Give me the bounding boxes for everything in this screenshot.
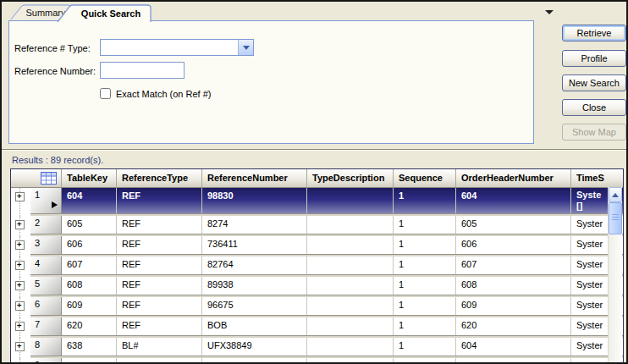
grid-body: 1 604 REF 98830 1 604 Syste[] 2 605 REF …: [11, 188, 623, 364]
column-header-typedescription[interactable]: TypeDescription: [307, 169, 394, 187]
table-row[interactable]: 9 640 BL# 983774 1 605 Syster: [11, 358, 623, 364]
chevron-down-icon: [243, 46, 250, 50]
ref-type-label: Reference # Type:: [14, 43, 91, 53]
expand-icon[interactable]: [15, 220, 25, 229]
cell-typedescription: [307, 317, 394, 338]
row-header[interactable]: 7: [30, 317, 62, 338]
expand-icon[interactable]: [15, 342, 25, 351]
section-divider: [2, 149, 626, 150]
cell-orderheadernumber: 620: [456, 317, 571, 338]
table-row[interactable]: 5 608 REF 89938 1 608 Syster: [11, 277, 623, 297]
expand-cell[interactable]: [11, 236, 30, 256]
expand-icon[interactable]: [15, 281, 25, 290]
row-header[interactable]: 1: [30, 188, 62, 216]
combobox-dropdown-button[interactable]: [238, 40, 253, 55]
cell-sequence: 1: [394, 297, 456, 317]
cell-referencetype: REF: [117, 297, 202, 317]
cell-typedescription: [307, 338, 394, 358]
row-header[interactable]: 5: [30, 277, 62, 297]
row-header[interactable]: 3: [30, 236, 62, 256]
table-row[interactable]: 6 609 REF 96675 1 609 Syster: [11, 297, 623, 317]
column-header-referencenumber[interactable]: ReferenceNumber: [202, 169, 307, 187]
cell-referencenumber: 96675: [202, 297, 307, 317]
column-header-orderheadernumber[interactable]: OrderHeaderNumber: [456, 169, 571, 187]
cell-typedescription: [307, 188, 394, 216]
ref-number-input[interactable]: [100, 62, 185, 79]
exact-match-checkbox[interactable]: [100, 88, 111, 99]
expand-cell[interactable]: [11, 358, 30, 364]
cell-sequence: 1: [394, 188, 456, 216]
ref-type-combobox[interactable]: [100, 39, 254, 56]
cell-sequence: 1: [394, 216, 456, 236]
cell-tablekey: 607: [62, 256, 117, 277]
column-header-sequence[interactable]: Sequence: [394, 169, 456, 187]
cell-sequence: 1: [394, 358, 456, 364]
cell-referencenumber: 89938: [202, 277, 307, 297]
expand-cell[interactable]: [11, 188, 30, 216]
column-header-timestamp[interactable]: TimeS: [571, 169, 623, 187]
cell-orderheadernumber: 606: [456, 236, 571, 256]
expand-cell[interactable]: [11, 256, 30, 277]
close-button[interactable]: Close: [562, 99, 626, 116]
table-row[interactable]: 8 638 BL# UFX38849 1 604 Syster: [11, 338, 623, 358]
row-number: 6: [35, 299, 40, 309]
cell-orderheadernumber: 608: [456, 277, 571, 297]
grid-corner-cell[interactable]: [11, 169, 62, 187]
cell-orderheadernumber: 605: [456, 358, 571, 364]
row-header[interactable]: 6: [30, 297, 62, 317]
row-number: 9: [35, 360, 40, 364]
cell-typedescription: [307, 277, 394, 297]
row-header[interactable]: 8: [30, 338, 62, 358]
row-number: 3: [35, 238, 40, 248]
table-row-selected[interactable]: 1 604 REF 98830 1 604 Syste[]: [11, 188, 623, 216]
row-header[interactable]: 2: [30, 216, 62, 236]
cell-typedescription: [307, 256, 394, 277]
expand-cell[interactable]: [11, 317, 30, 338]
expand-icon[interactable]: [15, 301, 25, 311]
new-search-button[interactable]: New Search: [562, 74, 626, 91]
cell-tablekey: 606: [62, 236, 117, 256]
scrollbar-thumb[interactable]: [609, 202, 622, 234]
expand-icon[interactable]: [15, 322, 25, 331]
cell-sequence: 1: [394, 256, 456, 277]
cell-orderheadernumber: 604: [456, 338, 571, 358]
cell-tablekey: 638: [62, 338, 117, 358]
expand-icon[interactable]: [15, 261, 25, 270]
cell-referencetype: BL#: [117, 338, 202, 358]
column-header-tablekey[interactable]: TableKey: [62, 169, 117, 187]
vertical-scrollbar[interactable]: [608, 187, 622, 364]
row-header[interactable]: 4: [30, 256, 62, 277]
row-number: 5: [35, 279, 40, 289]
cell-orderheadernumber: 604: [456, 188, 571, 216]
expand-icon[interactable]: [15, 192, 25, 201]
profile-button[interactable]: Profile: [562, 50, 626, 67]
column-header-referencetype[interactable]: ReferenceType: [117, 169, 202, 187]
cell-referencetype: BL#: [117, 358, 202, 364]
collapse-panel-arrow-icon[interactable]: [545, 10, 557, 19]
tab-summary-label: Summary: [25, 8, 66, 18]
table-row[interactable]: 2 605 REF 8274 1 605 Syster: [11, 216, 623, 236]
cell-referencenumber: BOB: [202, 317, 307, 338]
expand-cell[interactable]: [11, 297, 30, 317]
table-row[interactable]: 4 607 REF 82764 1 607 Syster: [11, 256, 623, 277]
cell-sequence: 1: [394, 338, 456, 358]
expand-cell[interactable]: [11, 277, 30, 297]
cell-typedescription: [307, 297, 394, 317]
expand-icon[interactable]: [15, 240, 25, 250]
cell-referencetype: REF: [117, 317, 202, 338]
cell-sequence: 1: [394, 277, 456, 297]
row-header[interactable]: 9: [30, 358, 62, 364]
table-row[interactable]: 7 620 REF BOB 1 620 Syster: [11, 317, 623, 338]
scrollbar-up-button[interactable]: [609, 187, 622, 202]
cell-referencetype: REF: [117, 216, 202, 236]
exact-match-label: Exact Match (on Ref #): [116, 89, 212, 99]
table-icon: [41, 172, 57, 185]
expand-cell[interactable]: [11, 338, 30, 358]
expand-cell[interactable]: [11, 216, 30, 236]
cell-tablekey: 604: [62, 188, 117, 216]
retrieve-button[interactable]: Retrieve: [562, 25, 626, 41]
show-map-button: Show Map: [562, 124, 626, 141]
table-row[interactable]: 3 606 REF 736411 1 606 Syster: [11, 236, 623, 256]
scrollbar-up-icon: [612, 193, 619, 197]
tab-quick-search[interactable]: Quick Search: [58, 5, 151, 22]
